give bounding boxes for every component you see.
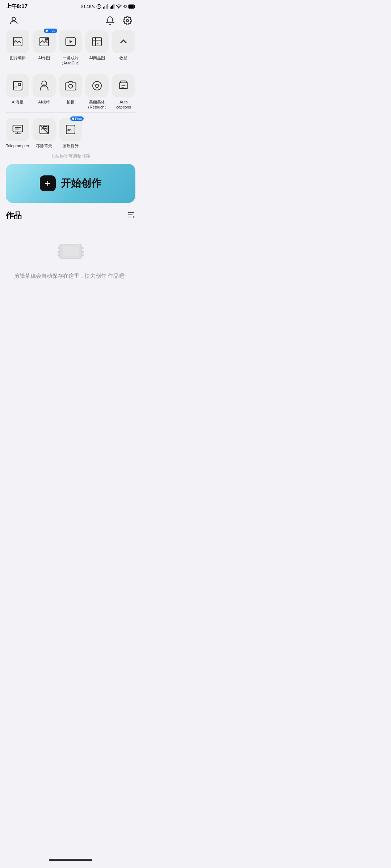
tool-label: AI作图 [38,55,50,60]
status-bar: 上午8:17 81.1K/s 43 [0,0,141,11]
tool-label: 图片编辑 [10,55,26,60]
tools-row-3: Teleprompter 移除背景 Free HD 画质提升 [6,118,135,148]
svg-text:HD: HD [67,129,72,132]
clock-icon [96,4,101,9]
svg-rect-4 [107,4,108,9]
tool-label: Auto captions [112,99,135,110]
tool-remove-bg[interactable]: 移除背景 [32,118,56,148]
bell-button[interactable] [104,14,117,27]
image-edit-icon [12,36,24,47]
works-title: 作品 [6,210,22,221]
svg-rect-7 [112,5,113,8]
svg-rect-5 [110,7,110,9]
gear-icon [123,16,132,25]
tool-autocut[interactable]: 一键成片 （AutoCut） [59,30,82,66]
sort-button[interactable] [127,210,135,221]
svg-point-52 [77,244,80,246]
battery-icon [128,4,135,9]
svg-rect-43 [58,247,60,249]
settings-button[interactable] [121,14,134,27]
battery-text: 43 [123,4,135,9]
tool-label: AI模特 [38,99,50,105]
sort-icon [127,210,135,219]
tool-label: Teleprompter [6,143,29,148]
tool-teleprompter[interactable]: Teleprompter [6,118,29,148]
tool-ai-poster[interactable]: AI AI海报 [6,74,29,110]
svg-point-13 [126,20,129,22]
remove-bg-icon [38,124,50,135]
create-plus-icon: + [40,175,56,191]
svg-rect-1 [103,7,104,9]
tool-ai-product[interactable]: AI AI商品图 [85,30,109,66]
tool-camera[interactable]: 拍摄 [59,74,82,110]
tool-hd-enhance[interactable]: Free HD 画质提升 [59,118,82,148]
tool-label: 一键成片 （AutoCut） [59,55,82,66]
tool-label: 收起 [119,55,127,60]
svg-point-12 [12,17,15,21]
section-divider-2 [6,112,135,113]
profile-button[interactable] [7,14,20,27]
svg-text:AI: AI [43,83,45,85]
bell-icon [105,16,115,25]
empty-text: 剪辑草稿会自动保存在这里，快去创作 作品吧~ [14,272,127,280]
svg-rect-27 [93,81,101,90]
ai-draw-icon: AI [38,36,50,47]
person-icon [9,16,19,26]
tool-image-edit[interactable]: 图片编辑 [6,30,29,66]
free-badge-2: Free [70,116,84,121]
svg-text:AI: AI [45,38,47,41]
tool-label: 拍摄 [67,99,75,105]
tool-label: AI海报 [12,99,23,105]
create-banner[interactable]: + 开始创作 [6,164,135,203]
free-badge: Free [44,29,57,33]
ai-product-icon: AI [91,36,103,47]
empty-state: 剪辑草稿会自动保存在这里，快去创作 作品吧~ [6,230,135,288]
svg-point-9 [118,8,119,9]
tool-ai-model[interactable]: AI AI模特 [32,74,56,110]
svg-rect-11 [129,5,134,8]
ai-poster-icon: AI [12,80,24,92]
svg-rect-45 [58,254,60,256]
svg-rect-44 [58,251,60,253]
tool-collapse[interactable]: 收起 [112,30,135,66]
svg-rect-6 [111,6,112,9]
teleprompter-icon [12,124,24,135]
hd-enhance-icon: HD [65,124,76,135]
tools-section: 图片编辑 Free AI AI作图 一键成片 （AutoCut） AI AI商品… [0,30,141,164]
status-right: 81.1K/s 43 [81,4,135,9]
status-time: 上午8:17 [6,3,28,10]
tool-ai-draw[interactable]: Free AI AI作图 [32,30,56,66]
section-divider-1 [6,69,135,69]
tool-retouch[interactable]: 美颜美体 （Retouch） [85,74,109,110]
tools-row-2: AI AI海报 AI AI模特 拍摄 美颜美体 （Retouch） [6,74,135,110]
tool-label: 移除背景 [36,143,52,148]
wifi-icon [116,4,122,9]
collapse-icon [118,36,129,47]
retouch-icon [91,80,103,92]
tool-label: 美颜美体 （Retouch） [86,99,109,110]
camera-icon [65,80,76,92]
svg-rect-50 [68,246,73,256]
nav-right [104,14,134,27]
svg-rect-49 [63,246,68,256]
ai-model-icon: AI [38,80,50,92]
svg-rect-8 [113,4,114,9]
svg-rect-46 [81,247,84,249]
svg-rect-47 [81,251,84,253]
tool-auto-captions[interactable]: Auto captions [112,74,135,110]
tool-label: AI商品图 [89,55,105,60]
create-label: 开始创作 [61,176,101,190]
drag-hint: 长按拖动可调整顺序 [6,151,135,164]
tools-row-1: 图片编辑 Free AI AI作图 一键成片 （AutoCut） AI AI商品… [6,30,135,66]
svg-rect-30 [13,125,22,132]
svg-rect-48 [81,254,84,256]
svg-rect-51 [74,246,79,256]
svg-text:AI: AI [14,85,17,88]
svg-rect-3 [106,5,106,8]
svg-marker-18 [70,40,72,43]
signal-icon-1 [103,4,108,9]
film-strip-icon [56,237,85,266]
network-speed: 81.1K/s [81,4,94,9]
svg-point-26 [69,84,73,88]
svg-rect-2 [104,6,105,9]
